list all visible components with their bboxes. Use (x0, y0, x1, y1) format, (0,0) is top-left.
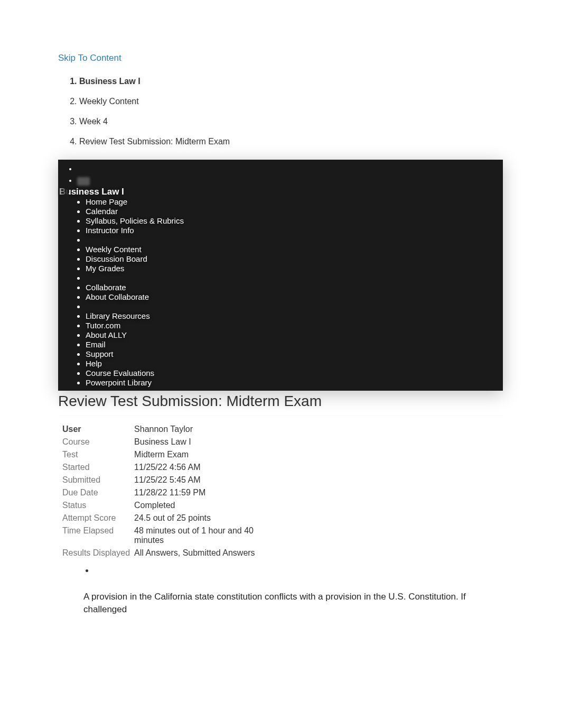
side-menu-help-link[interactable]: Help (86, 359, 102, 368)
side-menu-help: Help (86, 359, 503, 368)
table-row: Submitted 11/25/22 5:45 AM (62, 474, 277, 486)
side-menu-support-link[interactable]: Support (86, 349, 114, 358)
side-menu-my-grades: My Grades (86, 264, 503, 273)
detail-value-time-elapsed: 48 minutes out of 1 hour and 40 minutes (134, 524, 277, 547)
table-row: Status Completed (62, 499, 277, 512)
table-row: Time Elapsed 48 minutes out of 1 hour an… (62, 524, 277, 547)
breadcrumb-item-weekly-content[interactable]: Weekly Content (79, 97, 503, 106)
side-menu-weekly-content: Weekly Content (86, 245, 503, 254)
table-row: Due Date 11/28/22 11:59 PM (62, 486, 277, 499)
detail-label-results-displayed: Results Displayed (62, 547, 134, 559)
table-row: Course Business Law I (62, 436, 277, 448)
side-menu-ppt-library-link[interactable]: Powerpoint Library (86, 378, 152, 387)
detail-value-due-date: 11/28/22 11:59 PM (134, 486, 277, 499)
table-row: Started 11/25/22 4:56 AM (62, 461, 277, 474)
side-menu-calendar: Calendar (86, 207, 503, 216)
side-menu-spacer (86, 273, 503, 283)
side-menu-spacer (86, 235, 503, 245)
side-menu-about-collaborate-link[interactable]: About Collaborate (86, 292, 149, 301)
detail-label-test: Test (62, 448, 134, 461)
question-text: A provision in the California state cons… (83, 591, 498, 616)
table-row: Results Displayed All Answers, Submitted… (62, 547, 277, 559)
skip-to-content-link[interactable]: Skip To Content (58, 53, 121, 63)
side-menu-library: Library Resources (86, 311, 503, 321)
breadcrumb-item-course[interactable]: Business Law I (79, 77, 503, 86)
side-menu-syllabus-link[interactable]: Syllabus, Policies & Rubrics (86, 216, 184, 225)
breadcrumb: Business Law I Weekly Content Week 4 Rev… (58, 77, 503, 146)
detail-label-attempt-score: Attempt Score (62, 512, 134, 524)
side-menu-collaborate-link[interactable]: Collaborate (86, 283, 126, 292)
panel-thumb-icon[interactable] (77, 174, 503, 186)
side-menu-discussion: Discussion Board (86, 254, 503, 264)
detail-value-course: Business Law I (134, 436, 277, 448)
panel-icon-blank (77, 163, 503, 174)
detail-value-started: 11/25/22 4:56 AM (134, 461, 277, 474)
detail-label-user: User (62, 423, 134, 436)
detail-label-course: Course (62, 436, 134, 448)
side-menu-instructor: Instructor Info (86, 226, 503, 235)
side-menu-spacer (86, 302, 503, 311)
side-menu-email-link[interactable]: Email (86, 340, 106, 349)
detail-value-attempt-score: 24.5 out of 25 points (134, 512, 277, 524)
side-menu-course-eval-link[interactable]: Course Evaluations (86, 368, 154, 377)
table-row: Test Midterm Exam (62, 448, 277, 461)
detail-label-started: Started (62, 461, 134, 474)
side-menu-email: Email (86, 340, 503, 349)
side-menu-weekly-content-link[interactable]: Weekly Content (86, 245, 142, 254)
table-row: User Shannon Taylor (62, 423, 277, 436)
side-menu-support: Support (86, 349, 503, 359)
breadcrumb-item-current: Review Test Submission: Midterm Exam (79, 137, 503, 146)
side-menu-discussion-link[interactable]: Discussion Board (86, 254, 147, 263)
side-menu-home: Home Page (86, 197, 503, 207)
side-menu: Home Page Calendar Syllabus, Policies & … (58, 197, 503, 388)
side-menu-tutor-link[interactable]: Tutor.com (86, 321, 120, 330)
side-menu-ally: About ALLY (86, 330, 503, 340)
detail-value-results-displayed: All Answers, Submitted Answers (134, 547, 277, 559)
side-menu-ppt-library: Powerpoint Library (86, 378, 503, 388)
divider (58, 415, 503, 416)
detail-label-time-elapsed: Time Elapsed (62, 524, 134, 547)
detail-label-status: Status (62, 499, 134, 512)
breadcrumb-item-week-4[interactable]: Week 4 (79, 117, 503, 126)
test-details-table: User Shannon Taylor Course Business Law … (62, 423, 277, 559)
detail-value-status: Completed (134, 499, 277, 512)
question-list (58, 566, 503, 575)
side-menu-collaborate: Collaborate (86, 283, 503, 292)
side-menu-tutor: Tutor.com (86, 321, 503, 330)
course-sidebar-panel: Business Law I Home Page Calendar Syllab… (58, 160, 503, 391)
detail-label-submitted: Submitted (62, 474, 134, 486)
course-title: Business Law I (58, 187, 503, 197)
side-menu-library-link[interactable]: Library Resources (86, 311, 150, 320)
page-title: Review Test Submission: Midterm Exam (58, 393, 503, 410)
detail-value-submitted: 11/25/22 5:45 AM (134, 474, 277, 486)
side-menu-my-grades-link[interactable]: My Grades (86, 264, 124, 273)
detail-value-user: Shannon Taylor (134, 423, 277, 436)
panel-header-icons (58, 163, 503, 187)
side-menu-syllabus: Syllabus, Policies & Rubrics (86, 216, 503, 226)
side-menu-course-eval: Course Evaluations (86, 368, 503, 378)
detail-value-test: Midterm Exam (134, 448, 277, 461)
side-menu-ally-link[interactable]: About ALLY (86, 330, 127, 339)
side-menu-instructor-link[interactable]: Instructor Info (86, 226, 134, 235)
side-menu-home-link[interactable]: Home Page (86, 197, 127, 206)
question-list-item (94, 566, 503, 575)
table-row: Attempt Score 24.5 out of 25 points (62, 512, 277, 524)
side-menu-calendar-link[interactable]: Calendar (86, 207, 118, 216)
detail-label-due-date: Due Date (62, 486, 134, 499)
side-menu-about-collaborate: About Collaborate (86, 292, 503, 302)
